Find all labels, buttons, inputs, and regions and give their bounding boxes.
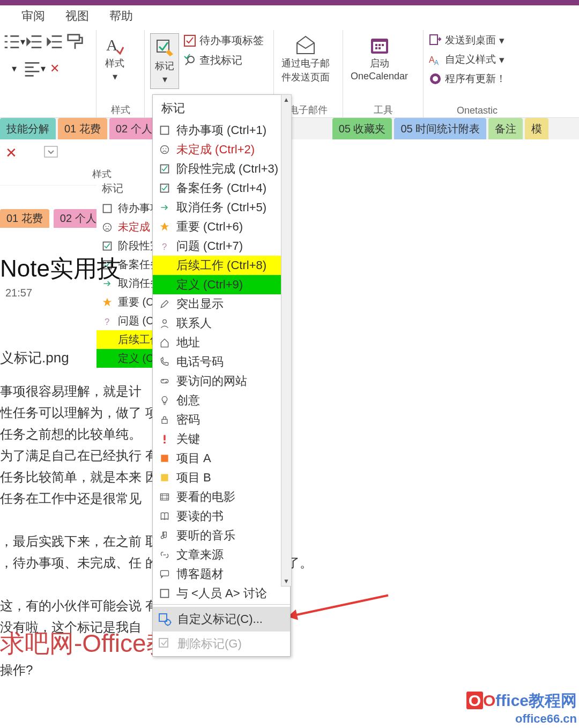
email-page-button[interactable]: 通过电子邮 件发送页面 xyxy=(279,33,332,85)
update-button[interactable]: 程序有更新！ xyxy=(429,72,506,86)
page-time: 21:57 xyxy=(5,287,32,299)
outdent-icon[interactable] xyxy=(26,33,43,50)
tag-item-1[interactable]: 未定成 (Ctrl+2) xyxy=(153,140,290,159)
tag-item-22[interactable]: 文章来源 xyxy=(153,545,290,564)
tag-mini-item-7[interactable]: 后续工作 xyxy=(96,330,158,349)
svg-rect-32 xyxy=(161,474,168,481)
svg-point-27 xyxy=(163,320,167,323)
tag-mini-item-6[interactable]: ?问题 (Ct xyxy=(96,311,158,330)
svg-point-21 xyxy=(161,146,169,154)
link-icon xyxy=(158,375,171,388)
home-icon xyxy=(158,336,171,349)
person-icon xyxy=(158,317,171,330)
svg-rect-6 xyxy=(373,42,386,51)
svg-rect-35 xyxy=(161,590,169,598)
tag-item-0[interactable]: 待办事项 (Ctrl+1) xyxy=(153,121,290,140)
chevron-down-icon: ▾ xyxy=(113,71,117,83)
remove-tag-icon xyxy=(158,637,171,650)
tag-item-23[interactable]: 博客题材 xyxy=(153,564,290,584)
menu-review[interactable]: 审阅 xyxy=(21,8,45,24)
tag-mini-item-8[interactable]: 定义 (Ct xyxy=(96,349,158,368)
tag-item-10[interactable]: 联系人 xyxy=(153,314,290,333)
email-label-1: 通过电子邮 xyxy=(281,57,330,70)
send-desktop-button[interactable]: 发送到桌面▾ xyxy=(429,33,506,47)
tags-dropdown-header: 标记 xyxy=(153,95,290,121)
tag-mini-item-0[interactable]: 待办事项 xyxy=(96,199,158,218)
ribbon-onetastic-label: Onetastic xyxy=(424,105,531,116)
section-tab-3[interactable]: 05 收藏夹 xyxy=(332,118,392,139)
tag-item-13[interactable]: 要访问的网站 xyxy=(153,372,290,391)
section-tab-4[interactable]: 05 时间统计附表 xyxy=(394,118,486,139)
tag-item-2[interactable]: 阶段性完成 (Ctrl+3) xyxy=(153,159,290,179)
tag-item-9[interactable]: 突出显示 xyxy=(153,294,290,314)
svg-rect-29 xyxy=(164,435,165,441)
tag-item-17[interactable]: 项目 A xyxy=(153,449,290,468)
align-left-icon[interactable]: ▾ xyxy=(26,60,43,77)
delete-icon[interactable]: ✕ xyxy=(46,60,63,77)
tag-item-8[interactable]: 定义 (Ctrl+9) xyxy=(153,275,290,294)
align-dropdown-icon[interactable]: ▾ xyxy=(5,60,23,77)
tag-item-20[interactable]: 要读的书 xyxy=(153,507,290,526)
tag-mini-item-5[interactable]: 重要 (Ct xyxy=(96,293,158,311)
onecalendar-button[interactable]: 启动 OneCalendar xyxy=(348,33,410,83)
tag-item-11[interactable]: 地址 xyxy=(153,333,290,352)
tags-button[interactable]: 标记 ▾ xyxy=(150,33,179,89)
none-icon xyxy=(101,333,114,346)
section-tab-0[interactable]: 技能分解 xyxy=(0,118,56,139)
paint-roller-icon[interactable] xyxy=(66,33,84,50)
tag-item-6[interactable]: ?问题 (Ctrl+7) xyxy=(153,236,290,256)
scroll-up-icon[interactable]: ▲ xyxy=(281,95,291,105)
page-subtitle: 义标记.png xyxy=(0,348,69,367)
ribbon-styles-label: 样式 xyxy=(96,103,144,116)
menu-view[interactable]: 视图 xyxy=(65,8,89,24)
section-tab-5[interactable]: 备注 xyxy=(488,118,523,139)
indent-icon[interactable] xyxy=(46,33,63,50)
tag-item-21[interactable]: 要听的音乐 xyxy=(153,526,290,545)
tags-label: 标记 xyxy=(155,60,174,72)
todo-tag-label: 待办事项标签 xyxy=(199,33,264,48)
tag-item-16[interactable]: 关键 xyxy=(153,429,290,449)
section-tab-6[interactable]: 模 xyxy=(525,118,548,139)
menu-help[interactable]: 帮助 xyxy=(109,8,133,24)
style-pane-dropdown-icon[interactable] xyxy=(44,146,58,160)
check-icon xyxy=(158,182,171,195)
sq-orange-icon xyxy=(158,452,171,465)
list-dropdown-icon[interactable]: ▾ xyxy=(5,33,23,50)
section-tab-1[interactable]: 01 花费 xyxy=(58,118,107,139)
todo-tag-button[interactable]: 待办事项标签 xyxy=(183,33,264,48)
film-icon xyxy=(158,491,171,503)
tag-item-24[interactable]: 与 <人员 A> 讨论 xyxy=(153,584,290,602)
sq-yellow-icon xyxy=(158,471,171,484)
styles-button[interactable]: A 样式 ▾ xyxy=(102,33,128,84)
tag-item-4[interactable]: 取消任务 (Ctrl+5) xyxy=(153,198,290,217)
star-icon xyxy=(101,296,114,309)
tag-item-18[interactable]: 项目 B xyxy=(153,468,290,487)
tag-mini-item-1[interactable]: 未定成 ( xyxy=(96,218,158,236)
mini-tab-0[interactable]: 01 花费 xyxy=(0,209,49,228)
tag-item-3[interactable]: 备案任务 (Ctrl+4) xyxy=(153,179,290,198)
tag-item-14[interactable]: 创意 xyxy=(153,391,290,410)
sad-icon xyxy=(101,221,114,234)
dropdown-scrollbar[interactable]: ▲ ▼ xyxy=(281,94,292,586)
star-icon xyxy=(158,220,171,233)
checkbox-icon xyxy=(101,202,114,215)
tag-mini-item-2[interactable]: 阶段性完 xyxy=(96,236,158,255)
tag-item-7[interactable]: 后续工作 (Ctrl+8) xyxy=(153,256,290,275)
page-title[interactable]: Note实用技 xyxy=(0,253,121,285)
svg-point-16 xyxy=(108,226,109,227)
style-pane-close-icon[interactable]: ✕ xyxy=(5,145,17,161)
svg-rect-12 xyxy=(44,146,57,157)
tag-item-19[interactable]: 要看的电影 xyxy=(153,487,290,507)
none-icon xyxy=(158,259,171,272)
sad-icon xyxy=(158,143,171,156)
custom-style-label: 自定义样式 xyxy=(445,53,496,66)
custom-style-button[interactable]: AA 自定义样式▾ xyxy=(429,53,506,66)
tag-item-12[interactable]: 电话号码 xyxy=(153,352,290,372)
scroll-down-icon[interactable]: ▼ xyxy=(281,576,291,586)
ribbon-group-styles: A 样式 ▾ 样式 xyxy=(96,30,145,117)
tag-item-15[interactable]: 密码 xyxy=(153,410,290,429)
tag-item-5[interactable]: 重要 (Ctrl+6) xyxy=(153,217,290,236)
find-tags-button[interactable]: 查找标记 xyxy=(183,53,264,68)
gear-checkbox-icon xyxy=(158,613,171,626)
customize-tags-item[interactable]: 自定义标记(C)... xyxy=(153,607,290,632)
